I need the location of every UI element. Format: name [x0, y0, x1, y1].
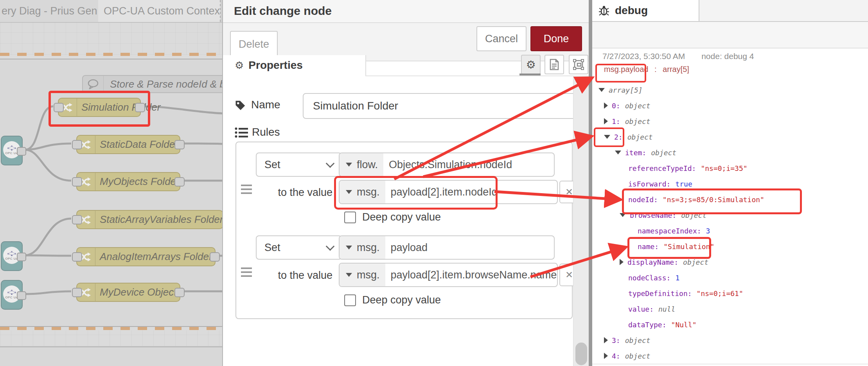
selection-frame-icon	[573, 59, 584, 70]
caret-down-icon	[346, 273, 352, 277]
caret-down-icon	[346, 163, 352, 167]
debug-tree-row: dataType:"Null"	[628, 317, 697, 332]
rule1-value-type[interactable]: msg.	[340, 181, 385, 203]
rule2-action-select[interactable]: Set	[256, 235, 342, 260]
dialog-tab-row: ⚙ Properties ⚙	[223, 61, 589, 76]
editor-shade-overlay	[0, 0, 222, 366]
node-red-app: Store & Parse nodeId & browseNam Simulat…	[0, 0, 868, 366]
rule1-property-input[interactable]: flow. Objects.Simulation.nodeId	[339, 152, 555, 177]
rule2-property-input[interactable]: msg. payload	[339, 235, 555, 260]
debug-tree-row[interactable]: 3:object	[604, 332, 651, 348]
debug-tree-row[interactable]: item:object	[615, 145, 676, 160]
debug-toolbar	[592, 22, 868, 48]
debug-tab-bar: debug	[592, 0, 868, 22]
message-separator	[592, 364, 868, 364]
rule1-deep-copy-checkbox[interactable]	[344, 212, 356, 223]
rule2-value-input[interactable]: msg. payload[2].item.browseName.name	[339, 263, 558, 287]
rule1-value-input[interactable]: msg. payload[2].item.nodeId	[339, 180, 558, 204]
caret-down-icon	[346, 190, 352, 194]
debug-tree-row[interactable]: displayName:object	[620, 254, 708, 270]
list-icon	[235, 127, 248, 138]
debug-message: 7/27/2023, 5:30:50 AM node: debug 4 msg.…	[592, 48, 868, 366]
done-button[interactable]: Done	[530, 26, 582, 51]
tag-icon	[235, 99, 246, 113]
collapse-icon[interactable]	[604, 135, 610, 139]
rule1-property-type[interactable]: flow.	[340, 153, 383, 176]
properties-view-button[interactable]: ⚙	[521, 55, 541, 74]
rule1-action-select[interactable]: Set	[256, 152, 342, 177]
debug-tree-row: referenceTypeId:"ns=0;i=35"	[628, 160, 748, 176]
debug-tree-row[interactable]: array[5]	[598, 82, 643, 98]
debug-tree-row: nodeId:"ns=3;s=85/0:Simulation"	[628, 192, 764, 207]
chevron-down-icon	[326, 242, 335, 251]
description-view-button[interactable]	[545, 55, 564, 74]
debug-tree-row: name:"Simulation"	[638, 239, 714, 254]
bug-icon	[598, 5, 609, 16]
debug-msg-path[interactable]: msg.payload	[602, 63, 652, 75]
collapse-icon[interactable]	[615, 151, 621, 154]
dialog-header: Edit change node	[223, 0, 589, 23]
tab-properties[interactable]: ⚙ Properties	[223, 55, 366, 75]
flow-editor[interactable]: Store & Parse nodeId & browseNam Simulat…	[0, 0, 222, 366]
caret-down-icon	[346, 246, 352, 249]
flow-tab-bar: ery Diag - Prius Gen 4 OPC-UA Custom Con…	[0, 0, 222, 23]
expand-icon[interactable]	[604, 102, 608, 109]
debug-tree-row: nodeClass:1	[628, 270, 679, 285]
debug-tree-row: value:null	[628, 301, 675, 317]
expand-icon[interactable]	[604, 118, 608, 124]
collapse-icon[interactable]	[598, 88, 605, 92]
debug-msg-type: array[5]	[663, 65, 689, 74]
expand-icon[interactable]	[604, 353, 608, 359]
tab-debug[interactable]: debug	[592, 0, 699, 21]
expand-icon[interactable]	[620, 259, 624, 265]
appearance-view-button[interactable]	[569, 55, 588, 74]
flow-tab-prius[interactable]: ery Diag - Prius Gen 4	[0, 0, 100, 22]
collapse-icon[interactable]	[620, 213, 626, 217]
name-input[interactable]: Simulation Folder	[303, 93, 583, 119]
debug-tree-row: namespaceIndex:3	[638, 223, 710, 239]
rule2-value-type[interactable]: msg.	[340, 264, 385, 286]
rule2-deep-copy-checkbox[interactable]	[344, 294, 356, 306]
sidebar-resize-handle[interactable]	[589, 0, 592, 366]
debug-tree-row[interactable]: 2:object	[604, 129, 653, 145]
expand-icon[interactable]	[604, 337, 608, 343]
cancel-button[interactable]: Cancel	[476, 26, 527, 51]
edit-change-node-dialog: Edit change node Delete Cancel Done ⚙ Pr…	[222, 0, 589, 366]
debug-tree-row: typeDefinition:"ns=0;i=61"	[628, 285, 743, 301]
chevron-down-icon	[326, 159, 335, 168]
debug-source-node: node: debug 4	[701, 52, 754, 61]
debug-sidebar: debug 7/27/2023, 5:30:50 AM node: debug …	[592, 0, 868, 366]
rule2-to-label: to the value	[259, 269, 332, 282]
document-icon	[549, 59, 559, 70]
rule2-drag-handle[interactable]	[241, 267, 252, 279]
name-label: Name	[251, 99, 280, 111]
dialog-scrollbar-thumb[interactable]	[575, 343, 587, 365]
rule2-deep-copy-row: Deep copy value	[344, 294, 441, 306]
rule2-property-type[interactable]: msg.	[340, 236, 385, 259]
debug-timestamp: 7/27/2023, 5:30:50 AM	[602, 52, 685, 61]
dialog-title: Edit change node	[234, 4, 332, 18]
rule1-to-label: to the value	[259, 187, 332, 199]
debug-tree-row[interactable]: browseName:object	[620, 207, 706, 223]
flow-tab-opcua[interactable]: OPC-UA Custom Contex	[98, 0, 221, 22]
rule1-drag-handle[interactable]	[241, 185, 252, 196]
debug-tree-row[interactable]: 1:object	[604, 113, 651, 129]
debug-tree-row[interactable]: 4:object	[604, 348, 651, 364]
gear-icon: ⚙	[235, 59, 244, 72]
debug-tree-row: isForward:true	[628, 176, 692, 192]
rule1-deep-copy-row: Deep copy value	[344, 211, 441, 223]
active-view-underline	[519, 74, 541, 75]
name-row: Name Simulation Folder	[223, 93, 589, 120]
delete-button[interactable]: Delete	[230, 31, 278, 57]
debug-tree-row[interactable]: 0:object	[604, 98, 651, 113]
dialog-scrollbar-track[interactable]	[573, 75, 590, 366]
gear-icon: ⚙	[526, 58, 536, 71]
